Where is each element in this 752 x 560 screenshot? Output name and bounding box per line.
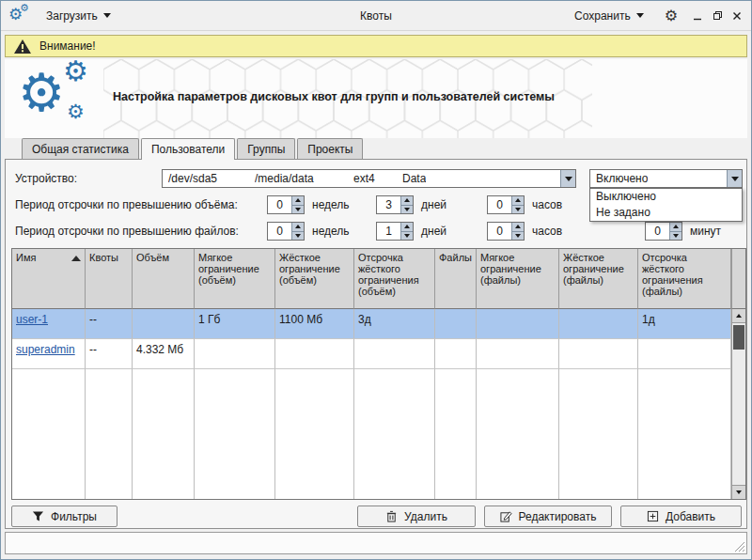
cell-hard-volume xyxy=(275,339,354,369)
save-button[interactable]: Сохранить xyxy=(567,6,651,26)
load-button[interactable]: Загрузить xyxy=(39,6,118,26)
table-row[interactable]: superadmin -- 4.332 Мб xyxy=(12,339,731,369)
spin-up-button[interactable] xyxy=(512,223,524,231)
cell-volume: 4.332 Мб xyxy=(133,339,195,369)
app-logo-gears-icon: ⚙ ⚙ xyxy=(8,5,31,27)
spin-up-button[interactable] xyxy=(401,223,413,231)
cell-grace-volume: 3д xyxy=(354,309,435,339)
files-days-spinner[interactable]: 1 xyxy=(376,222,414,241)
cell-grace-files xyxy=(638,339,731,369)
files-minutes-spinner[interactable]: 0 xyxy=(645,222,682,241)
spin-up-button[interactable] xyxy=(401,196,413,205)
spin-down-button[interactable] xyxy=(401,231,413,241)
vertical-scrollbar[interactable] xyxy=(731,309,745,499)
spin-up-button[interactable] xyxy=(670,223,682,231)
spin-down-button[interactable] xyxy=(512,231,524,241)
column-header-hard-files[interactable]: Жёсткое ограничение (файлы) xyxy=(559,249,638,309)
tab-general-statistics[interactable]: Общая статистика xyxy=(22,138,139,159)
weeks-unit-label: недель xyxy=(312,198,350,211)
cell-grace-files: 1д xyxy=(638,309,731,339)
spin-up-button[interactable] xyxy=(292,223,304,231)
combo-arrow-button[interactable] xyxy=(560,170,575,187)
device-combo[interactable]: /dev/sda5 /media/data ext4 Data xyxy=(162,169,576,188)
filter-funnel-icon xyxy=(32,510,44,522)
column-header-grace-volume[interactable]: Отсрочка жёсткого ограничения (объём) xyxy=(354,249,435,309)
volume-days-spinner[interactable]: 3 xyxy=(376,195,414,214)
warning-icon xyxy=(14,39,31,54)
scroll-down-icon xyxy=(736,490,742,494)
close-button[interactable] xyxy=(730,9,744,23)
user-link[interactable]: user-1 xyxy=(16,313,48,326)
add-button[interactable]: Добавить xyxy=(620,506,742,527)
spin-down-icon xyxy=(295,234,301,238)
app-window: ⚙ ⚙ Загрузить Квоты Сохранить ⚙ xyxy=(0,0,752,560)
table-row[interactable]: user-1 -- 1 Гб 1100 Мб 3д 1д xyxy=(12,309,731,339)
scrollbar-up-button[interactable] xyxy=(732,309,745,323)
column-header-name[interactable]: Имя xyxy=(12,249,86,309)
column-header-grace-files[interactable]: Отсрочка жёсткого ограничения (файлы) xyxy=(638,249,731,309)
cell-quotas: -- xyxy=(86,309,133,339)
spin-down-button[interactable] xyxy=(670,231,682,241)
column-header-volume[interactable]: Объём xyxy=(133,249,195,309)
spin-up-icon xyxy=(295,225,301,228)
page-description: Настройка параметров дисковых квот для г… xyxy=(113,90,555,103)
volume-hours-spinner[interactable]: 0 xyxy=(487,195,525,214)
spin-down-button[interactable] xyxy=(292,205,304,214)
quota-state-combo[interactable]: Включено xyxy=(589,169,743,188)
restore-icon xyxy=(713,10,723,21)
delete-button[interactable]: Удалить xyxy=(357,506,476,527)
column-header-hard-volume[interactable]: Жёсткое ограничение (объём) xyxy=(275,249,354,309)
spin-down-icon xyxy=(295,208,301,211)
option-disabled[interactable]: Выключено xyxy=(590,189,742,205)
maximize-button[interactable] xyxy=(711,9,724,23)
spin-down-button[interactable] xyxy=(401,205,413,214)
column-header-quotas[interactable]: Квоты xyxy=(86,249,133,309)
scrollbar-down-button[interactable] xyxy=(732,485,745,499)
volume-weeks-spinner[interactable]: 0 xyxy=(267,195,305,214)
column-header-soft-files[interactable]: Мягкое ограничение (файлы) xyxy=(477,249,559,309)
files-weeks-spinner[interactable]: 0 xyxy=(267,222,305,241)
cell-hard-files xyxy=(559,309,638,339)
option-unset[interactable]: Не задано xyxy=(590,205,742,221)
cell-name: user-1 xyxy=(12,309,86,339)
tab-groups[interactable]: Группы xyxy=(237,138,295,159)
combo-arrow-button[interactable] xyxy=(727,170,742,187)
spin-up-button[interactable] xyxy=(292,196,304,205)
warning-banner: Внимание! xyxy=(5,35,747,57)
status-bar xyxy=(5,532,747,554)
scrollbar-thumb[interactable] xyxy=(733,325,744,350)
filters-button[interactable]: Фильтры xyxy=(11,506,118,527)
spin-up-button[interactable] xyxy=(512,196,524,205)
action-button-bar: Фильтры Удалить Редактировать xyxy=(11,506,741,528)
table-empty-area xyxy=(12,369,731,499)
minimize-button[interactable] xyxy=(691,9,704,23)
minimize-icon xyxy=(693,11,702,21)
spin-up-icon xyxy=(404,225,410,228)
users-tab-panel: Устройство: /dev/sda5 /media/data ext4 D… xyxy=(5,159,747,529)
spin-down-icon xyxy=(515,234,521,238)
column-header-files[interactable]: Файлы xyxy=(435,249,477,309)
user-link[interactable]: superadmin xyxy=(16,343,75,356)
cell-name: superadmin xyxy=(12,339,86,369)
tab-users[interactable]: Пользователи xyxy=(141,138,235,160)
files-hours-spinner[interactable]: 0 xyxy=(487,222,525,241)
grace-files-row: Период отсрочки по превышению файлов: 0 … xyxy=(6,222,746,242)
save-button-label: Сохранить xyxy=(574,9,631,23)
edit-button[interactable]: Редактировать xyxy=(484,506,612,527)
hours-unit-label: часов xyxy=(532,198,562,211)
resize-grip[interactable] xyxy=(733,540,745,552)
settings-gear-icon[interactable]: ⚙ xyxy=(663,7,680,25)
cell-quotas: -- xyxy=(86,339,133,369)
tab-projects[interactable]: Проекты xyxy=(297,138,363,159)
spin-down-icon xyxy=(515,208,521,211)
add-plus-icon xyxy=(647,510,659,522)
device-row: Устройство: /dev/sda5 /media/data ext4 D… xyxy=(6,169,746,190)
device-name: Data xyxy=(402,172,426,185)
column-header-soft-volume[interactable]: Мягкое ограничение (объём) xyxy=(195,249,275,309)
table-scroll-corner xyxy=(731,249,745,309)
spin-down-button[interactable] xyxy=(292,231,304,241)
days-unit-label: дней xyxy=(421,198,446,211)
device-path: /dev/sda5 xyxy=(168,172,255,185)
spin-down-button[interactable] xyxy=(512,205,524,214)
table-header: Имя Квоты Объём Мягкое ограничение (объё… xyxy=(12,249,731,309)
